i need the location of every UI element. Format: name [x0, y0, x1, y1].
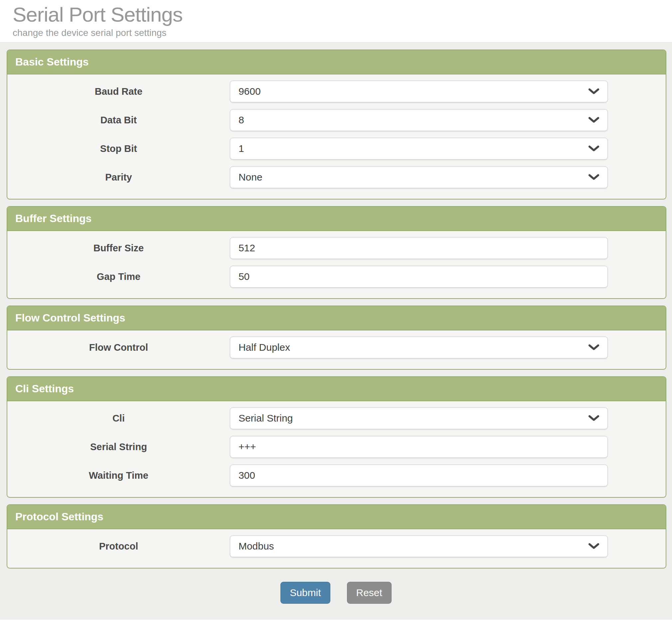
flow-control-settings-panel: Flow Control SettingsFlow ControlHalf Du… — [7, 305, 666, 370]
waiting-time-label: Waiting Time — [7, 470, 230, 481]
baud-rate-label: Baud Rate — [7, 86, 230, 97]
form-row: Buffer Size — [7, 237, 666, 259]
control-cell: Half Duplex — [230, 336, 608, 358]
selected-value: Modbus — [239, 541, 274, 552]
flow-control-label: Flow Control — [7, 342, 230, 353]
control-cell: Serial String — [230, 407, 608, 429]
buffer-settings-body: Buffer SizeGap Time — [7, 231, 666, 298]
form-row: Waiting Time — [7, 465, 666, 486]
page-subtitle: change the device serial port settings — [13, 28, 672, 38]
chevron-down-icon — [588, 115, 599, 126]
waiting-time-input[interactable] — [230, 465, 608, 486]
parity-label: Parity — [7, 172, 230, 183]
flow-control-select[interactable]: Half Duplex — [230, 336, 608, 358]
form-row: ProtocolModbus — [7, 535, 666, 557]
page-title: Serial Port Settings — [13, 3, 672, 26]
form-row: Flow ControlHalf Duplex — [7, 336, 666, 358]
selected-value: 9600 — [239, 86, 261, 97]
form-row: Stop Bit1 — [7, 138, 666, 159]
control-cell: 9600 — [230, 80, 608, 102]
buffer-size-label: Buffer Size — [7, 243, 230, 254]
submit-button[interactable]: Submit — [281, 582, 330, 604]
selected-value: Serial String — [239, 412, 293, 424]
buffer-settings-panel: Buffer SettingsBuffer SizeGap Time — [7, 206, 666, 299]
chevron-down-icon — [588, 172, 599, 183]
stop-bit-label: Stop Bit — [7, 143, 230, 154]
protocol-settings-panel: Protocol SettingsProtocolModbus — [7, 504, 666, 569]
cli-select[interactable]: Serial String — [230, 407, 608, 429]
form-row: ParityNone — [7, 166, 666, 188]
selected-value: 8 — [239, 115, 244, 126]
buffer-size-input[interactable] — [230, 237, 608, 259]
form-row: Data Bit8 — [7, 109, 666, 131]
buffer-settings-heading: Buffer Settings — [7, 207, 666, 231]
selected-value: 1 — [239, 143, 244, 154]
cli-settings-body: CliSerial StringSerial StringWaiting Tim… — [7, 401, 666, 497]
cli-settings-panel: Cli SettingsCliSerial StringSerial Strin… — [7, 376, 666, 498]
basic-settings-panel: Basic SettingsBaud Rate9600Data Bit8Stop… — [7, 50, 666, 199]
control-cell — [230, 237, 608, 259]
form-actions: Submit Reset — [0, 582, 672, 604]
cli-label: Cli — [7, 413, 230, 424]
serial-string-label: Serial String — [7, 442, 230, 452]
selected-value: None — [239, 172, 263, 183]
protocol-settings-body: ProtocolModbus — [7, 529, 666, 568]
protocol-settings-heading: Protocol Settings — [7, 505, 666, 529]
chevron-down-icon — [588, 541, 599, 552]
cli-settings-heading: Cli Settings — [7, 377, 666, 401]
basic-settings-body: Baud Rate9600Data Bit8Stop Bit1ParityNon… — [7, 74, 666, 199]
control-cell: None — [230, 166, 608, 188]
flow-control-settings-heading: Flow Control Settings — [7, 306, 666, 330]
data-bit-select[interactable]: 8 — [230, 109, 608, 131]
page-footer — [0, 620, 672, 625]
selected-value: Half Duplex — [239, 342, 290, 353]
gap-time-label: Gap Time — [7, 271, 230, 282]
form-row: Baud Rate9600 — [7, 80, 666, 102]
protocol-label: Protocol — [7, 541, 230, 552]
gap-time-input[interactable] — [230, 266, 608, 288]
control-cell — [230, 436, 608, 458]
chevron-down-icon — [588, 143, 599, 154]
control-cell — [230, 266, 608, 288]
stop-bit-select[interactable]: 1 — [230, 138, 608, 159]
settings-form: Basic SettingsBaud Rate9600Data Bit8Stop… — [0, 43, 672, 569]
protocol-select[interactable]: Modbus — [230, 535, 608, 557]
form-row: Serial String — [7, 436, 666, 458]
serial-string-input[interactable] — [230, 436, 608, 458]
control-cell: 8 — [230, 109, 608, 131]
parity-select[interactable]: None — [230, 166, 608, 188]
flow-control-settings-body: Flow ControlHalf Duplex — [7, 330, 666, 369]
form-row: Gap Time — [7, 266, 666, 288]
page-header: Serial Port Settings change the device s… — [0, 0, 672, 43]
control-cell: Modbus — [230, 535, 608, 557]
basic-settings-heading: Basic Settings — [7, 50, 666, 74]
reset-button[interactable]: Reset — [347, 582, 391, 604]
baud-rate-select[interactable]: 9600 — [230, 80, 608, 102]
control-cell — [230, 465, 608, 486]
control-cell: 1 — [230, 138, 608, 159]
chevron-down-icon — [588, 412, 599, 424]
form-row: CliSerial String — [7, 407, 666, 429]
data-bit-label: Data Bit — [7, 115, 230, 126]
chevron-down-icon — [588, 86, 599, 97]
chevron-down-icon — [588, 342, 599, 353]
